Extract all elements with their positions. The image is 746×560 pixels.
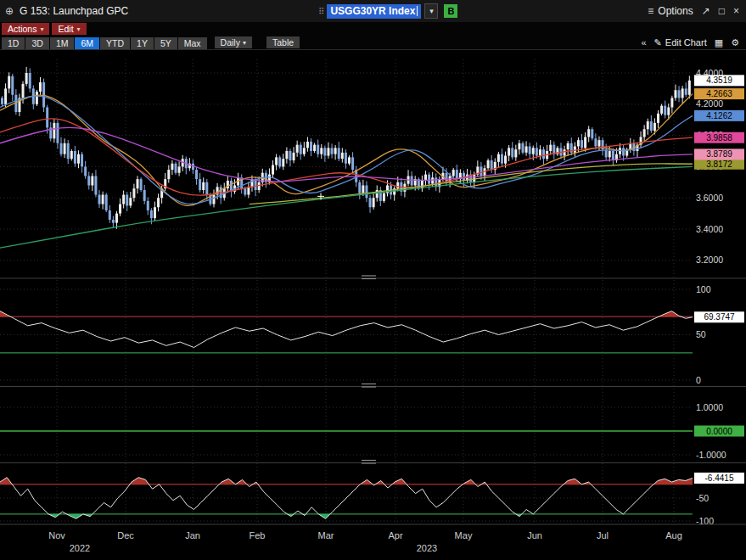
svg-text:Dec: Dec: [117, 530, 134, 540]
svg-text:-6.4415: -6.4415: [705, 473, 734, 483]
gear-icon[interactable]: ⚙: [731, 37, 739, 48]
close-icon[interactable]: ×: [733, 5, 739, 17]
range-button-3d[interactable]: 3D: [25, 37, 48, 49]
security-input[interactable]: USGG30YR Index: [327, 4, 421, 19]
range-button-max[interactable]: Max: [178, 37, 207, 49]
collapse-toolbar-icon[interactable]: «: [641, 37, 646, 48]
svg-text:0.0000: 0.0000: [706, 427, 732, 436]
range-button-1m[interactable]: 1M: [50, 37, 75, 49]
chart-settings-icon[interactable]: ▦: [715, 37, 723, 48]
vertical-gridlines: [57, 59, 674, 524]
svg-text:May: May: [455, 530, 473, 540]
dropdown-arrow-icon: ▾: [77, 25, 81, 33]
svg-text:Apr: Apr: [388, 530, 402, 540]
svg-text:Jun: Jun: [527, 530, 542, 540]
svg-text:4.2663: 4.2663: [706, 89, 732, 98]
svg-text:Nov: Nov: [48, 530, 65, 540]
maximize-icon[interactable]: □: [719, 5, 725, 17]
range-button-6m[interactable]: 6M: [75, 37, 99, 49]
edit-label: Edit: [58, 24, 73, 34]
svg-text:69.3747: 69.3747: [704, 312, 735, 322]
x-axis-labels: NovDecJanFebMarAprMayJunJulAug20222023: [48, 530, 682, 553]
svg-text:3.8789: 3.8789: [706, 149, 732, 159]
svg-text:1.0000: 1.0000: [696, 402, 723, 412]
dropdown-arrow-icon: ▾: [40, 25, 43, 33]
range-button-1d[interactable]: 1D: [2, 37, 25, 49]
menubar: Actions ▾ Edit ▾: [0, 22, 746, 36]
table-label: Table: [272, 37, 294, 48]
text-caret-icon: [417, 6, 418, 16]
actions-menu-button[interactable]: Actions ▾: [2, 23, 49, 35]
range-button-ytd[interactable]: YTD: [100, 37, 130, 49]
svg-text:0: 0: [696, 375, 701, 385]
dropdown-arrow-icon: ▾: [243, 39, 246, 47]
actions-label: Actions: [8, 24, 36, 34]
moving-average-lines: [0, 94, 693, 248]
svg-text:Jan: Jan: [185, 530, 200, 540]
svg-text:4.3519: 4.3519: [706, 76, 732, 85]
svg-text:Aug: Aug: [665, 530, 682, 540]
edit-chart-button[interactable]: ✎ Edit Chart: [654, 37, 707, 48]
svg-text:3.2000: 3.2000: [696, 255, 723, 265]
svg-text:Feb: Feb: [250, 530, 266, 540]
svg-text:100: 100: [696, 284, 711, 294]
panel-separators: [0, 50, 746, 525]
options-menu-button[interactable]: ≡ Options: [648, 5, 693, 17]
titlebar: ⊕ G 153: Launchpad GPC ⠿ USGG30YR Index …: [0, 0, 746, 22]
titlebar-center: ⠿ USGG30YR Index ▾ B: [318, 3, 457, 19]
svg-text:4.2000: 4.2000: [696, 98, 723, 109]
options-label: Options: [658, 5, 693, 17]
window-title: G 153: Launchpad GPC: [20, 5, 128, 17]
periodicity-button[interactable]: Daily ▾: [215, 36, 252, 48]
toolbar: 1D3D1M6MYTD1Y5YMax Daily ▾ Table « ✎ Edi…: [0, 36, 746, 49]
svg-text:3.4000: 3.4000: [696, 224, 723, 234]
toolbar-right: « ✎ Edit Chart ▦ ⚙: [641, 37, 746, 48]
value-badges: 3.81723.87893.98584.12624.26634.351969.3…: [694, 75, 744, 484]
drag-grip-icon[interactable]: ⠿: [318, 7, 323, 16]
titlebar-right: ≡ Options ↗ □ ×: [648, 5, 746, 17]
ma-amber-line: [0, 94, 693, 206]
edit-chart-label: Edit Chart: [665, 37, 707, 48]
svg-text:-50: -50: [696, 493, 709, 503]
svg-text:3.9858: 3.9858: [706, 133, 732, 143]
table-button[interactable]: Table: [266, 36, 300, 48]
svg-text:2022: 2022: [70, 543, 90, 553]
security-text: USGG30YR Index: [330, 5, 415, 17]
popout-icon[interactable]: ↗: [702, 5, 710, 17]
edit-menu-button[interactable]: Edit ▾: [52, 23, 86, 35]
move-icon[interactable]: ⊕: [5, 5, 14, 17]
svg-text:Jul: Jul: [597, 530, 609, 540]
svg-text:4.1262: 4.1262: [706, 111, 732, 120]
svg-text:50: 50: [696, 329, 706, 339]
svg-text:-1.0000: -1.0000: [696, 450, 726, 460]
periodicity-label: Daily: [221, 37, 240, 48]
launchpad-window: ⊕ G 153: Launchpad GPC ⠿ USGG30YR Index …: [0, 0, 746, 560]
candlestick-series: [1, 67, 691, 229]
svg-text:2023: 2023: [417, 543, 437, 553]
range-button-group: 1D3D1M6MYTD1Y5YMax: [2, 35, 208, 50]
hamburger-icon: ≡: [648, 5, 653, 17]
svg-text:Mar: Mar: [318, 530, 334, 540]
range-button-1y[interactable]: 1Y: [131, 37, 154, 49]
chart-canvas[interactable]: 4.40004.20004.00003.80003.60003.40003.20…: [0, 49, 746, 560]
pencil-icon: ✎: [654, 37, 662, 48]
svg-text:3.6000: 3.6000: [696, 193, 723, 203]
titlebar-left: ⊕ G 153: Launchpad GPC: [0, 5, 128, 17]
svg-text:3.8172: 3.8172: [706, 160, 732, 169]
security-dropdown-button[interactable]: ▾: [424, 3, 438, 19]
range-button-5y[interactable]: 5Y: [154, 37, 177, 49]
security-class-badge[interactable]: B: [444, 4, 457, 18]
ma-green-line: [0, 166, 693, 248]
